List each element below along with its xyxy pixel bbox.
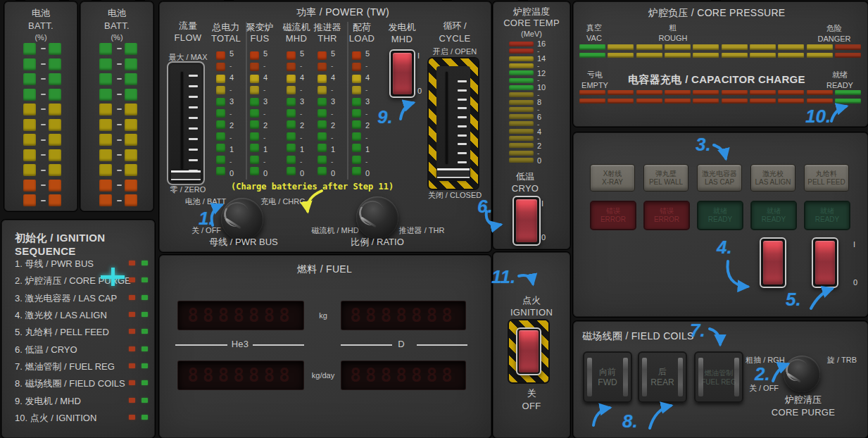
scale-tick: 2 (537, 142, 550, 149)
scale-tick: 2 (263, 122, 273, 129)
led-segment (99, 89, 112, 101)
core-temp-unit: (MeV) (493, 30, 570, 39)
step-annotation-10: 10. (805, 106, 831, 127)
column-label-en: THR (310, 33, 344, 44)
scale-tick: 1 (229, 146, 239, 153)
fwd-coil-button[interactable]: 向前FWD (583, 351, 632, 403)
power-title: 功率 / POWER (TW) (265, 6, 420, 19)
led-segment (99, 119, 112, 131)
led-segment (608, 44, 634, 50)
led-segment (835, 99, 861, 104)
ignition-switch[interactable] (516, 327, 541, 375)
scale-tick: - (263, 110, 273, 117)
mhd-gen-switch[interactable] (389, 49, 415, 98)
step-annotation-11: 11. (491, 266, 515, 288)
mhd-gen-label-zh: 发电机 (381, 22, 423, 33)
tick-mark (117, 108, 122, 110)
fuel-unit-kg: kg (309, 311, 337, 320)
battery-title-pct: (%) (5, 33, 77, 42)
battery-meter-right (49, 43, 61, 206)
power-meter (250, 51, 259, 175)
cycle-slider-handle[interactable] (437, 168, 470, 178)
xray-button[interactable]: X射线X-RAY (590, 164, 635, 192)
led-segment (509, 85, 534, 90)
las-align-button[interactable]: 激光校LAS ALIGN (750, 164, 795, 192)
cryo-switch[interactable] (512, 196, 541, 246)
danger-label-zh: 危险 (805, 24, 864, 33)
ignition-hazard-frame (509, 320, 548, 382)
button-label-en: LAS CAP (705, 178, 734, 187)
tick-mark (41, 124, 46, 125)
aux-switch-off-label: 0 (853, 278, 857, 287)
led-segment (352, 63, 361, 71)
pel-wall-button[interactable]: 弹丸壁PEL WALL (643, 164, 688, 192)
rear-coil-button[interactable]: 后REAR (638, 351, 687, 403)
scale-tick: - (300, 62, 310, 69)
cycle-closed-label: 关闭 / CLOSED (427, 191, 483, 200)
cryo-label-zh: 低温 (493, 171, 557, 182)
led-segment (317, 63, 327, 71)
led-segment (693, 90, 719, 95)
aux-rocker-2[interactable] (815, 241, 835, 284)
core-purge-label-en: CORE PURGE (761, 407, 845, 418)
las-cap-button[interactable]: 激光电容器LAS CAP (697, 164, 742, 192)
cryo-label-en: CRYO (493, 183, 557, 194)
ratio-knob[interactable] (356, 196, 398, 239)
tick-mark (117, 170, 122, 171)
step-annotation-4: 4. (717, 237, 732, 258)
led-segment (317, 167, 327, 175)
led-segment (352, 144, 361, 152)
led-segment (99, 180, 112, 192)
ignition-off-en: OFF (493, 401, 570, 412)
led-segment (352, 120, 361, 129)
led-segment (23, 119, 36, 131)
step-indicator-green (141, 346, 148, 351)
scale-tick: - (300, 86, 310, 93)
led-segment (250, 51, 259, 60)
cryo-rocker[interactable] (516, 199, 537, 242)
pell-feed-button[interactable]: 丸给料PELL FEED (804, 164, 849, 192)
tick-mark (117, 139, 122, 141)
cycle-slider-groove (446, 72, 448, 164)
status-lamp-green: 就绪READY (750, 201, 797, 230)
led-segment (216, 120, 225, 129)
led-segment (49, 149, 61, 161)
led-segment (287, 98, 296, 106)
step-indicator-red (129, 329, 135, 334)
button-label-zh: 丸给料 (816, 170, 837, 178)
display-ghost-digits: 8888888 (187, 305, 294, 326)
led-segment (250, 63, 259, 71)
aux-switch-1[interactable] (760, 237, 786, 288)
ignition-rocker[interactable] (519, 330, 539, 373)
tick-mark (458, 134, 467, 137)
flow-slider-track[interactable] (170, 65, 201, 182)
scale-tick: 3 (229, 98, 239, 105)
cycle-slider[interactable] (436, 66, 470, 181)
ignition-label-en: IGNITION (493, 307, 570, 318)
button-label-zh: 激光电容器 (702, 170, 737, 178)
aux-switch-2[interactable] (812, 237, 838, 288)
led-segment (665, 99, 691, 104)
sequence-item-6: 6. 低温 / CRYO (15, 344, 77, 356)
scale-tick: 12 (537, 70, 550, 77)
led-segment (693, 53, 719, 58)
pwrbus-label: 母线 / PWR BUS (194, 237, 293, 248)
pwr-bus-knob[interactable] (221, 198, 263, 240)
flow-slider-handle[interactable] (171, 170, 201, 180)
step-indicator-green (141, 329, 148, 334)
core-purge-knob[interactable] (784, 356, 820, 392)
tick-mark (458, 125, 467, 127)
column-label-zh: 配荷 (345, 22, 379, 33)
scale-tick: 5 (263, 50, 273, 57)
fuel-title: 燃料 / FUEL (254, 263, 395, 276)
battery-title-en: BATT. (5, 20, 77, 32)
battery-panel-2: 电池 BATT. (%) (80, 1, 153, 211)
led-segment (608, 90, 634, 95)
lamp-label-zh: 就绪 (713, 207, 727, 215)
aux-rocker-1[interactable] (763, 241, 783, 284)
led-segment (250, 132, 259, 141)
mhd-gen-rocker[interactable] (393, 53, 412, 94)
flow-slider[interactable] (167, 61, 205, 185)
scale-tick: 1 (331, 146, 341, 153)
led-segment (636, 99, 662, 104)
